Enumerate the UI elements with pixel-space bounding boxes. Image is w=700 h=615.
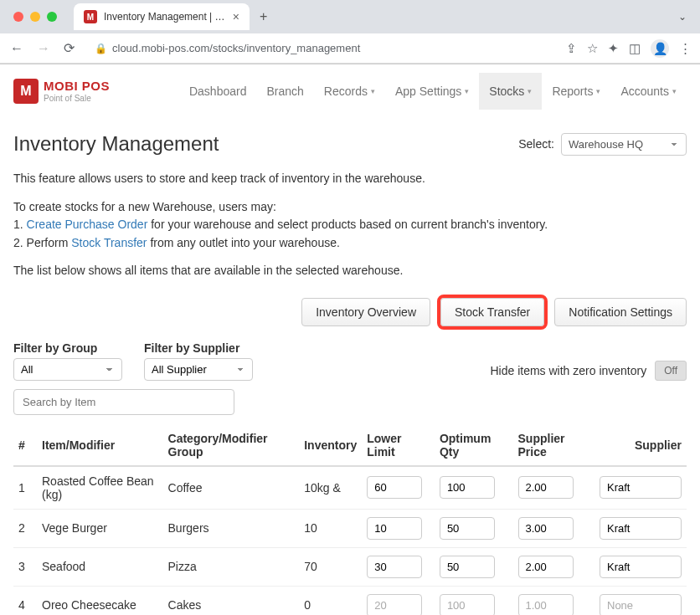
- lower-limit-input[interactable]: [367, 517, 422, 540]
- optimum-qty-input[interactable]: [440, 556, 495, 578]
- intro-p1: This feature allows users to store and k…: [13, 171, 687, 187]
- page-title: Inventory Management: [13, 132, 219, 156]
- url-text: cloud.mobi-pos.com/stocks/inventory_mana…: [112, 42, 548, 54]
- notification-settings-button[interactable]: Notification Settings: [554, 298, 687, 326]
- supplier-price-input[interactable]: [518, 517, 574, 540]
- optimum-qty-input[interactable]: [440, 517, 495, 540]
- window-controls: [7, 12, 64, 22]
- cell-item: Vege Burger: [37, 509, 163, 547]
- supplier-input[interactable]: [600, 556, 682, 578]
- nav-item-stocks[interactable]: Stocks▾: [479, 73, 542, 110]
- logo-text: MOBI POS Point of Sale: [44, 79, 110, 103]
- lower-limit-input[interactable]: [367, 476, 422, 499]
- chevron-down-icon: ▾: [371, 87, 375, 95]
- col-supplier: Supplier: [594, 425, 687, 466]
- app-header: M MOBI POS Point of Sale DashboardBranch…: [0, 64, 700, 110]
- col-category: Category/Modifier Group: [163, 425, 300, 466]
- cell-num: 1: [13, 466, 37, 510]
- close-window-icon[interactable]: [13, 12, 23, 22]
- page-content: Inventory Management Select: Warehouse H…: [0, 110, 700, 615]
- table-row: 4Oreo CheesecakeCakes0: [13, 586, 687, 615]
- sidepanel-icon[interactable]: ◫: [629, 41, 641, 56]
- nav-item-app-settings[interactable]: App Settings▾: [385, 73, 479, 110]
- extensions-icon[interactable]: ✦: [608, 41, 619, 56]
- chevron-down-icon: ▾: [672, 87, 677, 95]
- cell-category: Coffee: [163, 466, 300, 510]
- supplier-price-input[interactable]: [518, 556, 574, 578]
- col-supplier-price: Supplier Price: [513, 425, 594, 466]
- nav-item-accounts[interactable]: Accounts▾: [610, 73, 687, 110]
- share-icon[interactable]: ⇪: [566, 41, 577, 56]
- cell-inventory: 70: [299, 547, 362, 586]
- supplier-input[interactable]: [600, 476, 682, 499]
- reload-button[interactable]: ⟳: [62, 38, 76, 58]
- table-row: 3SeafoodPizza70: [13, 547, 687, 586]
- maximize-window-icon[interactable]: [47, 12, 57, 22]
- nav-item-dashboard[interactable]: Dashboard: [179, 73, 257, 110]
- filter-supplier: Filter by Supplier All Supplier: [144, 341, 253, 381]
- minimize-window-icon[interactable]: [30, 12, 40, 22]
- hide-zero-toggle[interactable]: Off: [655, 361, 687, 381]
- intro-p3: The list below shows all items that are …: [13, 263, 687, 279]
- tab-overflow-icon[interactable]: ⌄: [672, 8, 693, 26]
- logo-tagline: Point of Sale: [44, 94, 110, 103]
- tab-title: Inventory Management | MobiP: [104, 11, 226, 23]
- logo-badge-icon: M: [13, 79, 39, 104]
- cell-category: Pizza: [163, 547, 300, 586]
- intro-p2-lead: To create stocks for a new Warehouse, us…: [13, 199, 687, 216]
- table-header-row: # Item/Modifier Category/Modifier Group …: [13, 425, 687, 466]
- cell-item: Oreo Cheesecake: [37, 586, 163, 615]
- favicon-icon: M: [84, 10, 97, 23]
- bookmark-icon[interactable]: ☆: [587, 41, 598, 56]
- kebab-menu-icon[interactable]: ⋮: [679, 41, 692, 56]
- cell-item: Roasted Coffee Bean (kg): [37, 466, 163, 510]
- lock-icon: 🔒: [95, 43, 107, 54]
- stock-transfer-link[interactable]: Stock Transfer: [71, 236, 147, 249]
- cell-inventory: 10: [299, 509, 362, 547]
- address-bar[interactable]: 🔒 cloud.mobi-pos.com/stocks/inventory_ma…: [86, 38, 556, 58]
- nav-item-branch[interactable]: Branch: [256, 73, 313, 110]
- forward-button: →: [35, 39, 52, 58]
- table-row: 1Roasted Coffee Bean (kg)Coffee10kg &: [13, 466, 687, 510]
- col-item: Item/Modifier: [37, 425, 163, 466]
- create-purchase-order-link[interactable]: Create Purchase Order: [27, 218, 148, 231]
- warehouse-selector: Select: Warehouse HQ: [518, 133, 687, 156]
- filter-supplier-select[interactable]: All Supplier: [144, 358, 253, 381]
- lower-limit-input[interactable]: [367, 594, 422, 615]
- supplier-input[interactable]: [600, 517, 682, 540]
- hide-zero-inventory: Hide items with zero inventory Off: [490, 361, 687, 381]
- new-tab-button[interactable]: +: [260, 9, 267, 24]
- filter-supplier-label: Filter by Supplier: [144, 341, 253, 355]
- close-tab-icon[interactable]: ×: [233, 10, 239, 23]
- inventory-overview-button[interactable]: Inventory Overview: [301, 298, 430, 326]
- col-num: #: [13, 425, 37, 466]
- filter-group: Filter by Group All: [13, 341, 122, 381]
- intro-text: This feature allows users to store and k…: [13, 171, 687, 279]
- stock-transfer-button[interactable]: Stock Transfer: [440, 298, 544, 326]
- filter-group-select[interactable]: All: [13, 358, 122, 381]
- logo[interactable]: M MOBI POS Point of Sale: [13, 79, 110, 104]
- search-input[interactable]: [13, 389, 234, 415]
- back-button[interactable]: ←: [8, 39, 25, 58]
- inventory-table: # Item/Modifier Category/Modifier Group …: [13, 425, 687, 615]
- browser-tab[interactable]: M Inventory Management | MobiP ×: [74, 3, 250, 30]
- supplier-input[interactable]: [600, 594, 682, 615]
- cell-num: 3: [13, 547, 37, 586]
- cell-inventory: 10kg &: [299, 466, 362, 510]
- nav-item-records[interactable]: Records▾: [314, 73, 385, 110]
- supplier-price-input[interactable]: [518, 476, 574, 499]
- warehouse-select[interactable]: Warehouse HQ: [561, 133, 687, 156]
- lower-limit-input[interactable]: [367, 556, 422, 578]
- cell-num: 4: [13, 586, 37, 615]
- optimum-qty-input[interactable]: [440, 476, 495, 499]
- optimum-qty-input[interactable]: [440, 594, 495, 615]
- chevron-down-icon: ▾: [465, 87, 469, 95]
- profile-avatar-icon[interactable]: 👤: [651, 39, 669, 58]
- select-label: Select:: [518, 137, 554, 151]
- col-lower-limit: Lower Limit: [362, 425, 435, 466]
- browser-chrome: M Inventory Management | MobiP × + ⌄ ← →…: [0, 0, 700, 64]
- nav-item-reports[interactable]: Reports▾: [542, 73, 610, 110]
- intro-li1-post: for your warehouse and select products b…: [147, 218, 548, 231]
- chevron-down-icon: ▾: [528, 87, 532, 95]
- supplier-price-input[interactable]: [518, 594, 574, 615]
